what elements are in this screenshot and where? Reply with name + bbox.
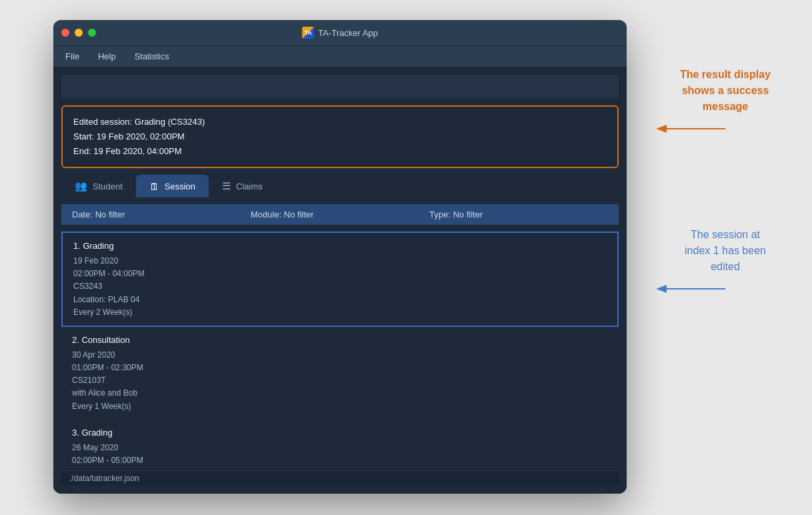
app-icon: TA [302,27,314,39]
session-item-2[interactable]: 2. Consultation 30 Apr 2020 01:00PM - 02… [61,327,619,420]
session-2-module: CS2103T [72,374,608,387]
maximize-button[interactable] [88,29,96,37]
tabs-bar: 👥 Student 🗓 Session ☰ Claims [61,175,619,197]
session-2-title: 2. Consultation [72,334,608,348]
claims-icon: ☰ [222,180,231,192]
session-item-3[interactable]: 3. Grading 26 May 2020 02:00PM - 05:00PM… [61,420,619,464]
session-3-date: 26 May 2020 [72,442,608,454]
student-icon: 👥 [75,180,87,192]
session-1-recurrence: Every 2 Week(s) [73,306,607,319]
annotation-success: The result displayshows a successmessage [652,67,799,139]
tab-session-label: Session [165,181,195,191]
session-3-title: 3. Grading [72,426,608,440]
menu-file[interactable]: File [61,50,83,63]
annotation-session-arrow [652,279,732,299]
tab-student[interactable]: 👥 Student [61,175,136,197]
result-text: Edited session: Grading (CS3243) Start: … [73,115,607,159]
menu-help[interactable]: Help [94,50,120,63]
filter-date[interactable]: Date: No filter [72,209,251,219]
main-window: TA TA-Tracker App File Help Statistics E… [53,20,627,494]
session-2-time: 01:00PM - 02:30PM [72,362,608,374]
result-line3: End: 19 Feb 2020, 04:00PM [73,144,607,159]
session-3-time: 02:00PM - 05:00PM [72,454,608,464]
status-path: ./data/tatracker.json [69,474,139,483]
session-1-time: 02:00PM - 04:00PM [73,268,607,280]
result-line2: Start: 19 Feb 2020, 02:00PM [73,129,607,144]
tab-student-label: Student [93,181,123,191]
filter-module[interactable]: Module: No filter [251,209,429,219]
minimize-button[interactable] [75,29,83,37]
window-title: TA TA-Tracker App [302,27,378,39]
annotation-success-arrow [652,119,732,139]
statusbar: ./data/tatracker.json [61,470,619,486]
sessions-list: 1. Grading 19 Feb 2020 02:00PM - 04:00PM… [61,231,619,464]
annotation-success-text: The result displayshows a successmessage [652,67,799,115]
session-1-module: CS3243 [73,280,607,293]
session-1-date: 19 Feb 2020 [73,255,607,268]
session-2-date: 30 Apr 2020 [72,349,608,362]
session-1-location: Location: PLAB 04 [73,294,607,306]
menu-statistics[interactable]: Statistics [131,50,173,63]
close-button[interactable] [61,29,69,37]
session-icon: 🗓 [149,181,159,192]
result-box: Edited session: Grading (CS3243) Start: … [61,105,619,168]
titlebar: TA TA-Tracker App [53,20,627,45]
menubar: File Help Statistics [53,45,627,67]
annotation-session: The session atindex 1 has beenedited [652,227,799,299]
tab-session[interactable]: 🗓 Session [136,175,209,197]
filter-bar: Date: No filter Module: No filter Type: … [61,204,619,225]
session-1-title: 1. Grading [73,239,607,253]
session-2-detail: with Alice and Bob [72,387,608,400]
filter-type[interactable]: Type: No filter [429,209,608,219]
result-line1: Edited session: Grading (CS3243) [73,115,607,129]
command-input-bar[interactable] [61,75,619,99]
content-area: Edited session: Grading (CS3243) Start: … [53,67,627,494]
annotation-session-text: The session atindex 1 has beenedited [652,227,799,275]
session-2-recurrence: Every 1 Week(s) [72,400,608,413]
session-item-1[interactable]: 1. Grading 19 Feb 2020 02:00PM - 04:00PM… [61,231,619,327]
tab-claims[interactable]: ☰ Claims [209,175,276,197]
tab-claims-label: Claims [236,181,263,191]
traffic-lights [61,29,96,37]
